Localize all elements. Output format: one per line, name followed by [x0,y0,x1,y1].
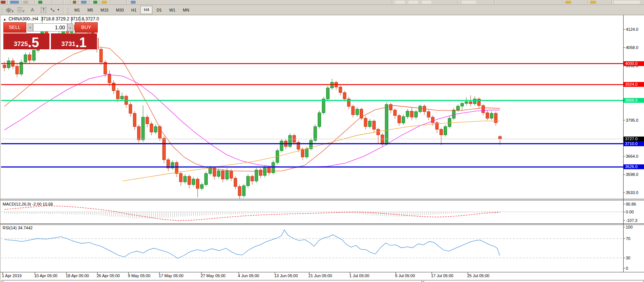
tab-timeframe-w1[interactable]: W1 [166,6,179,14]
rsi-indicator-label: RSI(14) 34.7442 [3,226,33,230]
macd-scale-label: 90.86 [626,202,636,206]
buy-button[interactable]: BUY [75,22,98,33]
macd-pane[interactable] [0,201,623,223]
price-axis-tick: 3598.0 [626,172,638,177]
price-axis-tick: 3533.0 [626,190,638,195]
toolbar-separator [126,0,127,4]
toolbar-separator [588,0,588,4]
price-axis-tick: 4124.0 [626,27,638,32]
toolbar-icon-fragment[interactable] [408,1,418,4]
time-axis-label: 9 May 05:00 [128,273,151,278]
toolbar-icon-fragment[interactable] [38,1,42,4]
time-axis-label: 1 Jul 05:00 [349,273,369,278]
grid-draw-icon[interactable]: F [16,6,26,14]
toolbar-icon-fragment[interactable] [462,1,476,4]
toolbar-icon-fragment[interactable] [10,1,19,4]
toolbar-icon-fragment[interactable] [1,1,6,4]
toolbar-icon-fragment[interactable] [565,1,571,4]
price-level-badge-3727.0[interactable]: 3727.0 [624,137,644,141]
macd-indicator-label: MACD(12,26,9) -2.00 10.68 [3,202,53,206]
buy-price-main: 3731 [61,40,75,49]
toolbar-separator [7,0,8,4]
toolbar-separator [71,0,71,4]
toolbar-separator [611,0,612,4]
buy-price-fraction: .1 [75,36,87,49]
price-level-badge-3626.0[interactable]: 3626.0 [624,164,644,169]
tab-timeframe-h1[interactable]: H1 [128,6,140,14]
tab-timeframe-m30[interactable]: M30 [113,6,127,14]
volume-decrease-button[interactable]: ▼ [27,23,33,32]
tab-timeframe-m15[interactable]: M15 [97,6,111,14]
hatch-draw-icon[interactable]: E [5,6,15,14]
buy-price-display[interactable]: 3731.1 [51,33,97,49]
arrow-style-tool-icon[interactable]: ▼ [50,6,60,14]
toolbar-separator [63,6,64,14]
collapse-panel-icon[interactable]: ▲ [3,17,6,21]
price-level-badge-3924.0[interactable]: 3924.0 [624,82,644,87]
sell-button[interactable]: SELL [3,22,26,33]
toolbar-icon-fragment[interactable] [395,1,405,4]
chart-title-bar: ▲CHINA300-,H4 3718.8 3729.2 3710.8 3727.… [3,16,99,22]
time-axis-label: 10 Apr 05:00 [34,273,57,278]
toolbar-icon-fragment[interactable] [93,1,97,4]
toolbar-icon-fragment[interactable] [422,1,431,4]
tab-timeframe-m1[interactable]: M1 [71,6,83,14]
textbox-t-glyph: T [41,7,46,13]
ohlc-values: 3718.8 3729.2 3710.8 3727.0 [41,16,99,22]
time-axis-label: 1 Apr 2019 [2,273,22,278]
toolbar-separator [392,0,392,4]
sell-price-display[interactable]: 3725.5 [3,33,49,49]
rsi-pane[interactable] [0,225,623,272]
sell-price-main: 3725 [14,40,28,49]
toolbar-separator [21,0,22,4]
toolbar-icon-fragment[interactable] [73,1,76,4]
text-label-tool-icon[interactable]: T [39,6,48,14]
volume-increase-button[interactable]: ▲ [67,23,73,32]
toolbar-separator [563,0,563,4]
toolbar-icon-fragment[interactable] [101,1,107,4]
time-axis-label: 25 Jul 05:00 [467,273,489,278]
volume-input[interactable] [33,23,67,32]
tab-timeframe-m5[interactable]: M5 [84,6,96,14]
text-tool-icon[interactable]: A [27,6,37,14]
price-axis-tick: 3795.0 [626,118,638,123]
time-axis-label: 21 Jun 05:00 [308,273,332,278]
toolbar-grip2[interactable] [67,7,69,13]
bottom-panel-fragment2 [424,280,644,282]
rsi-scale-label: 100 [626,225,632,229]
rsi-scale-label: 30 [626,256,630,260]
hatch-e-label: E [12,10,14,13]
dropdown-caret-icon[interactable]: ▼ [57,8,60,12]
price-level-badge-4000.0[interactable]: 4000.0 [624,61,644,66]
toolbar-separator [79,0,79,4]
toolbar-separator [63,0,64,4]
symbol-period-label: CHINA300-,H4 [9,16,38,22]
time-axis-label: 18 Apr 05:00 [66,273,89,278]
chart-toolbar: E F A T ▼ M1M5M15M30H1H4D1W1MN [0,5,644,15]
tab-timeframe-h4[interactable]: H4 [140,6,152,14]
one-click-trade-panel: SELL ▼ ▲ BUY 3725.5 3731.1 [3,22,98,49]
toolbar-grip[interactable] [1,7,3,13]
macd-scale-label: 0.00 [626,210,634,214]
toolbar-icon-fragment[interactable] [81,1,87,4]
price-level-badge-3710.0[interactable]: 3710.0 [624,141,644,146]
bottom-panel-fragment [3,280,422,282]
time-axis-label: 4 Jun 05:00 [238,273,259,278]
toolbar-icon-fragment[interactable] [614,1,640,4]
toolbar-icon-fragment[interactable] [590,1,596,4]
time-axis-label: 17 May 05:00 [159,273,184,278]
toolbar-separator [458,0,458,4]
toolbar-icon-fragment[interactable] [131,1,136,4]
toolbar-separator [52,0,52,4]
toolbar-separator [494,0,495,4]
rsi-scale-label: 0 [626,266,628,270]
tab-timeframe-mn[interactable]: MN [179,6,192,14]
price-axis-tick: 4058.0 [626,45,638,50]
tab-timeframe-d1[interactable]: D1 [153,6,165,14]
toolbar-icon-fragment[interactable] [23,1,28,4]
macd-scale-label: -107.3 [626,218,637,223]
time-axis-label: 17 Jul 05:00 [431,273,453,278]
rsi-scale-label: 70 [626,236,630,241]
price-level-badge-3866.5[interactable]: 3866.5 [624,98,644,103]
time-axis-label: 13 Jun 05:00 [274,273,298,278]
